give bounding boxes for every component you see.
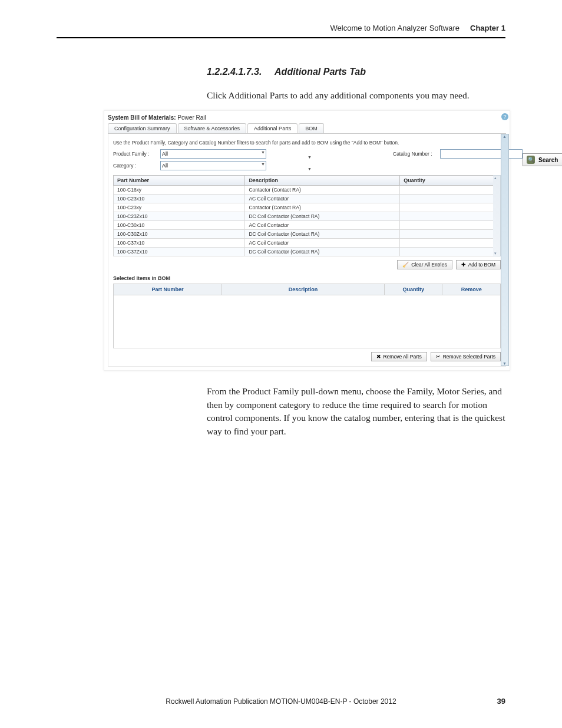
table-row[interactable]: 100-C23xyContactor (Contact RA)	[114, 203, 501, 212]
selected-items-title: Selected Items in BOM	[113, 275, 501, 281]
footer-publication: Rockwell Automation Publication MOTION-U…	[0, 697, 562, 706]
cell-part-number: 100-C23xy	[114, 203, 245, 212]
cell-quantity[interactable]	[400, 248, 501, 256]
product-family-select[interactable]	[160, 149, 266, 159]
cell-part-number: 100-C16xy	[114, 186, 245, 195]
product-family-combo-wrap	[160, 149, 266, 159]
tab-bom[interactable]: BOM	[299, 123, 324, 133]
category-label: Category :	[113, 163, 160, 169]
help-icon[interactable]: ?	[501, 113, 508, 120]
bom-title-rest: Power Rail	[176, 114, 206, 121]
tab-panel: Use the Product Family, Category and Cat…	[108, 134, 506, 367]
clear-label: Clear All Entries	[411, 262, 447, 268]
remove-all-parts-button[interactable]: ✖ Remove All Parts	[371, 352, 427, 361]
table-row[interactable]: 100-C16xyContactor (Contact RA)	[114, 186, 501, 195]
remove-all-icon: ✖	[376, 354, 381, 360]
parts-table-wrap: Part Number Description Quantity 100-C16…	[113, 175, 501, 256]
search-icon: 🔍	[527, 156, 535, 164]
tab-config-summary[interactable]: Configuration Summary	[108, 123, 177, 133]
cell-description: Contactor (Contact RA)	[245, 186, 400, 195]
sel-col-description[interactable]: Description	[222, 284, 384, 295]
panel-scrollbar[interactable]	[501, 134, 509, 366]
cell-description: AC Coil Contactor	[245, 195, 400, 203]
cell-part-number: 100-C23x10	[114, 195, 245, 203]
cell-quantity[interactable]	[400, 186, 501, 195]
cell-quantity[interactable]	[400, 195, 501, 203]
selected-items-body	[113, 295, 501, 348]
cell-description: DC Coil Contactor (Contact RA)	[245, 230, 400, 239]
bom-title-bold: System Bill of Materials:	[108, 114, 176, 121]
col-description[interactable]: Description	[245, 176, 400, 186]
table-scrollbar[interactable]	[493, 175, 501, 256]
add-to-bom-button[interactable]: ✚ Add to BOM	[456, 260, 501, 269]
table-row[interactable]: 100-C37x10AC Coil Contactor	[114, 239, 501, 248]
cell-part-number: 100-C37Zx10	[114, 248, 245, 256]
product-family-label: Product Family :	[113, 151, 160, 157]
filter-row: Product Family : Catalog Number : 🔍 Sear…	[113, 149, 501, 170]
search-label: Search	[538, 157, 558, 163]
table-row[interactable]: 100-C23Zx10DC Coil Contactor (Contact RA…	[114, 212, 501, 221]
remove-selected-parts-button[interactable]: ✂ Remove Selected Parts	[431, 352, 501, 361]
page-number: 39	[497, 697, 505, 706]
section-heading: 1.2.2.4.1.7.3. Additional Parts Tab	[207, 67, 505, 77]
cell-description: DC Coil Contactor (Contact RA)	[245, 248, 400, 256]
table-row[interactable]: 100-C37Zx10DC Coil Contactor (Contact RA…	[114, 248, 501, 256]
header-title: Welcome to Motion Analyzer Software	[330, 24, 459, 32]
filter-instruction: Use the Product Family, Category and Cat…	[113, 140, 501, 146]
section-title: Additional Parts Tab	[275, 67, 366, 77]
col-quantity[interactable]: Quantity	[400, 176, 501, 186]
sel-col-part-number[interactable]: Part Number	[114, 284, 222, 295]
sel-col-remove[interactable]: Remove	[442, 284, 501, 295]
table-row[interactable]: 100-C30x10AC Coil Contactor	[114, 221, 501, 230]
cell-quantity[interactable]	[400, 203, 501, 212]
cell-part-number: 100-C37x10	[114, 239, 245, 248]
cell-part-number: 100-C30Zx10	[114, 230, 245, 239]
cell-description: AC Coil Contactor	[245, 221, 400, 230]
remove-all-label: Remove All Parts	[384, 354, 422, 360]
col-part-number[interactable]: Part Number	[114, 176, 245, 186]
cell-part-number: 100-C23Zx10	[114, 212, 245, 221]
intro-paragraph: Click Additional Parts to add any additi…	[207, 89, 505, 102]
body-paragraph-2: From the Product Family pull-down menu, …	[207, 385, 505, 438]
cell-part-number: 100-C30x10	[114, 221, 245, 230]
tab-software-accessories[interactable]: Software & Accessories	[178, 123, 247, 133]
header-chapter: Chapter 1	[470, 24, 505, 32]
table-row[interactable]: 100-C30Zx10DC Coil Contactor (Contact RA…	[114, 230, 501, 239]
search-button[interactable]: 🔍 Search	[523, 153, 562, 166]
running-header: Welcome to Motion Analyzer Software Chap…	[57, 24, 505, 38]
category-combo-wrap	[160, 161, 266, 170]
cell-description: AC Coil Contactor	[245, 239, 400, 248]
category-select[interactable]	[160, 161, 266, 170]
sel-col-quantity[interactable]: Quantity	[384, 284, 442, 295]
clear-entries-button[interactable]: 🧹 Clear All Entries	[397, 260, 452, 269]
selected-items-table: Part Number Description Quantity Remove	[113, 284, 501, 295]
embedded-screenshot: ? System Bill of Materials: Power Rail C…	[104, 110, 510, 371]
table-button-row: 🧹 Clear All Entries ✚ Add to BOM	[113, 260, 501, 269]
add-label: Add to BOM	[468, 262, 495, 268]
section-number: 1.2.2.4.1.7.3.	[207, 67, 262, 77]
cell-quantity[interactable]	[400, 230, 501, 239]
parts-table: Part Number Description Quantity 100-C16…	[113, 175, 501, 256]
cell-description: DC Coil Contactor (Contact RA)	[245, 212, 400, 221]
cell-quantity[interactable]	[400, 239, 501, 248]
cell-description: Contactor (Contact RA)	[245, 203, 400, 212]
tab-strip: Configuration Summary Software & Accesso…	[108, 123, 506, 134]
remove-sel-icon: ✂	[436, 354, 441, 360]
table-row[interactable]: 100-C23x10AC Coil Contactor	[114, 195, 501, 203]
tab-additional-parts[interactable]: Additional Parts	[247, 123, 297, 133]
bom-title: System Bill of Materials: Power Rail	[108, 114, 506, 121]
add-icon: ✚	[461, 262, 466, 268]
clear-icon: 🧹	[402, 262, 409, 268]
cell-quantity[interactable]	[400, 221, 501, 230]
cell-quantity[interactable]	[400, 212, 501, 221]
catalog-number-input[interactable]	[440, 149, 523, 159]
catalog-number-label: Catalog Number :	[393, 151, 440, 157]
selected-button-row: ✖ Remove All Parts ✂ Remove Selected Par…	[113, 352, 501, 361]
remove-sel-label: Remove Selected Parts	[443, 354, 495, 360]
